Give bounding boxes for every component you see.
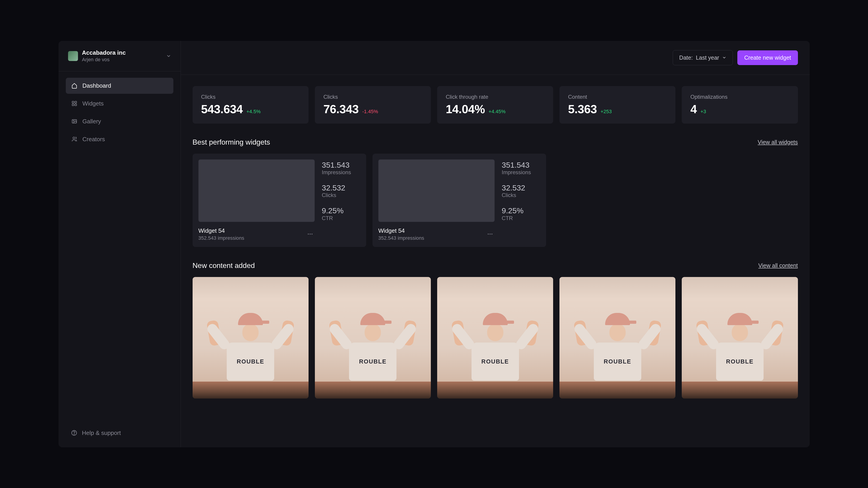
sidebar-item-widgets[interactable]: Widgets [66, 96, 174, 111]
svg-point-10 [309, 234, 310, 234]
stat-delta: +4.5% [246, 109, 260, 115]
stat-label: Optimalizations [690, 94, 789, 100]
more-menu-button[interactable] [486, 230, 495, 238]
clicks-value: 32.532 [322, 184, 360, 192]
stat-label: Clicks [201, 94, 300, 100]
widget-name: Widget 54 [198, 227, 244, 234]
widgets-icon [71, 100, 78, 107]
stat-delta: +3 [701, 109, 706, 115]
widget-card[interactable]: Widget 54 352.543 impressions 351.543 Im… [193, 154, 366, 247]
chevron-down-icon [722, 56, 726, 60]
org-name: Accabadora inc [82, 49, 162, 57]
view-all-widgets-link[interactable]: View all widgets [758, 139, 798, 145]
org-switcher[interactable]: Accabadora inc Arjen de vos [59, 41, 181, 71]
stat-card: Content 5.363 +253 [559, 86, 675, 124]
content-image: ROUBLE [315, 277, 431, 399]
svg-point-8 [74, 434, 74, 434]
ctr-label: CTR [322, 215, 360, 221]
users-icon [71, 136, 78, 142]
content-tile[interactable]: ROUBLE [193, 277, 309, 399]
widget-subtext: 352.543 impressions [198, 235, 244, 241]
sidebar-item-label: Widgets [83, 100, 104, 107]
stat-value: 4 [690, 102, 697, 116]
stat-card: Clicks 543.634 +4.5% [193, 86, 309, 124]
svg-point-6 [73, 137, 75, 139]
stat-label: Click through rate [446, 94, 545, 100]
help-label: Help & support [82, 429, 121, 436]
more-menu-button[interactable] [306, 230, 315, 238]
clicks-value: 32.532 [502, 184, 540, 192]
svg-rect-0 [72, 101, 74, 103]
gallery-icon [71, 118, 78, 125]
svg-rect-1 [75, 101, 76, 103]
stat-card: Clicks 76.343 -1.45% [315, 86, 431, 124]
impressions-label: Impressions [322, 169, 360, 175]
impressions-value: 351.543 [322, 161, 360, 169]
date-prefix: Date: [679, 55, 693, 61]
stat-delta: +4.45% [489, 109, 505, 115]
content-image: ROUBLE [682, 277, 798, 399]
svg-point-13 [489, 234, 490, 234]
content-section-title: New content added [193, 261, 255, 270]
svg-point-12 [488, 234, 489, 234]
date-range-select[interactable]: Date: Last year [673, 50, 733, 65]
stat-card: Optimalizations 4 +3 [682, 86, 798, 124]
stat-label: Content [568, 94, 667, 100]
stat-delta: +253 [600, 109, 612, 115]
content-image: ROUBLE [437, 277, 553, 399]
sidebar-item-dashboard[interactable]: Dashboard [66, 78, 174, 94]
view-all-content-link[interactable]: View all content [758, 262, 798, 269]
sidebar-item-gallery[interactable]: Gallery [66, 113, 174, 129]
impressions-value: 351.543 [502, 161, 540, 169]
widget-card[interactable]: Widget 54 352.543 impressions 351.543 Im… [373, 154, 546, 247]
content-image: ROUBLE [559, 277, 675, 399]
stat-value: 543.634 [201, 102, 243, 116]
help-icon [71, 430, 77, 436]
stat-value: 14.04% [446, 102, 485, 116]
home-icon [71, 83, 78, 89]
clicks-label: Clicks [322, 192, 360, 198]
stat-value: 5.363 [568, 102, 597, 116]
stat-value: 76.343 [323, 102, 359, 116]
sidebar-item-label: Gallery [83, 118, 101, 125]
ctr-label: CTR [502, 215, 540, 221]
ctr-value: 9.25% [322, 206, 360, 215]
widget-subtext: 352.543 impressions [378, 235, 424, 241]
chevron-down-icon [166, 54, 171, 59]
sidebar-item-label: Dashboard [83, 82, 111, 89]
content-tile[interactable]: ROUBLE [437, 277, 553, 399]
svg-point-14 [491, 234, 492, 234]
svg-rect-3 [75, 104, 76, 106]
sidebar-item-label: Creators [83, 136, 105, 143]
ctr-value: 9.25% [502, 206, 540, 215]
content-image: ROUBLE [193, 277, 309, 399]
content-tile[interactable]: ROUBLE [315, 277, 431, 399]
create-widget-button[interactable]: Create new widget [737, 51, 798, 65]
widget-thumbnail [198, 160, 315, 222]
stat-delta: -1.45% [362, 109, 378, 115]
widget-thumbnail [378, 160, 495, 222]
help-support-link[interactable]: Help & support [66, 425, 174, 441]
clicks-label: Clicks [502, 192, 540, 198]
content-tile[interactable]: ROUBLE [682, 277, 798, 399]
svg-rect-2 [72, 104, 74, 106]
sidebar-item-creators[interactable]: Creators [66, 131, 174, 147]
widgets-section-title: Best performing widgets [193, 138, 270, 147]
stat-label: Clicks [323, 94, 422, 100]
svg-point-11 [311, 234, 312, 234]
svg-point-5 [73, 121, 74, 121]
stat-card: Click through rate 14.04% +4.45% [437, 86, 553, 124]
svg-point-9 [308, 234, 309, 234]
impressions-label: Impressions [502, 169, 540, 175]
date-value: Last year [696, 55, 719, 61]
org-avatar [68, 51, 78, 61]
content-tile[interactable]: ROUBLE [559, 277, 675, 399]
org-user: Arjen de vos [82, 57, 162, 63]
widget-name: Widget 54 [378, 227, 424, 234]
